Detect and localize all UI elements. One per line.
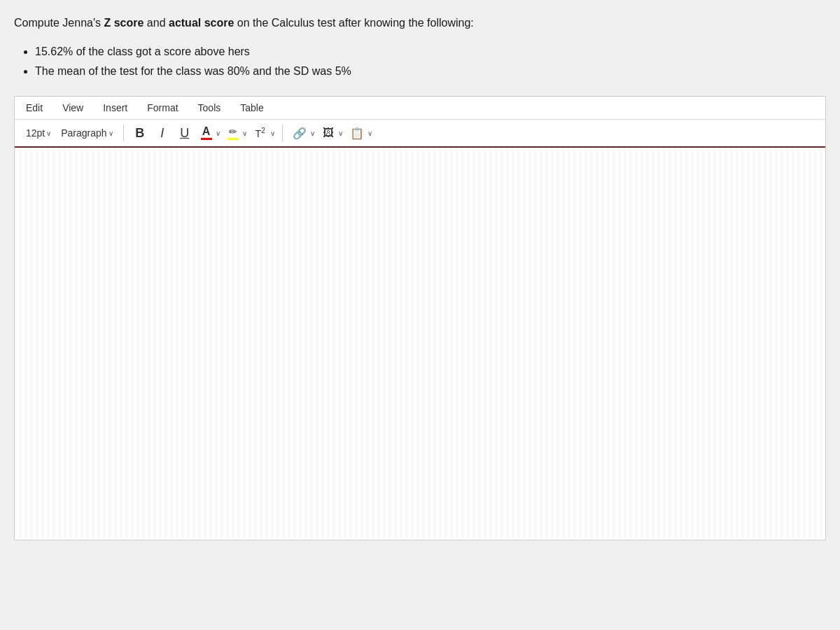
editor-wrapper: Edit View Insert Format Tools Table 12pt… — [14, 96, 826, 540]
paragraph-style-dropdown[interactable]: Paragraph ∨ — [58, 126, 115, 140]
image-group[interactable]: 🖼 ∨ — [319, 124, 343, 142]
link-group[interactable]: 🔗 ∨ — [290, 124, 315, 142]
paragraph-chevron: ∨ — [108, 130, 113, 137]
list-item: The mean of the test for the class was 8… — [35, 62, 826, 82]
font-color-underline — [201, 138, 212, 140]
menu-view[interactable]: View — [59, 101, 86, 115]
question-suffix: on the Calculus test after knowing the f… — [234, 17, 473, 29]
font-size-value: 12pt — [26, 127, 45, 139]
underline-button[interactable]: U — [176, 124, 194, 142]
font-color-chevron[interactable]: ∨ — [216, 130, 220, 137]
editor-content[interactable] — [15, 148, 825, 540]
highlight-chevron[interactable]: ∨ — [242, 130, 247, 137]
superscript-chevron[interactable]: ∨ — [270, 130, 275, 137]
doc-group[interactable]: 📋 ∨ — [347, 124, 372, 142]
bold-button[interactable]: B — [131, 124, 149, 142]
image-icon: 🖼 — [323, 127, 334, 139]
superscript-group[interactable]: T2 ∨ — [251, 124, 275, 142]
link-chevron[interactable]: ∨ — [310, 130, 315, 137]
doc-chevron[interactable]: ∨ — [368, 130, 372, 137]
italic-button[interactable]: I — [153, 124, 172, 142]
font-color-button[interactable]: A — [198, 125, 215, 141]
highlight-button[interactable]: ✏ — [225, 125, 241, 141]
question-and-text: and — [144, 17, 169, 29]
menu-edit[interactable]: Edit — [23, 101, 46, 115]
paragraph-style-value: Paragraph — [61, 127, 106, 139]
font-size-dropdown[interactable]: 12pt ∨ — [23, 126, 54, 140]
font-color-group[interactable]: A ∨ — [198, 125, 220, 141]
font-color-label: A — [202, 126, 211, 137]
toolbar: 12pt ∨ Paragraph ∨ B I U — [15, 120, 825, 148]
superscript-label: T2 — [255, 127, 265, 139]
actual-score-label: actual score — [169, 17, 234, 29]
list-item: 15.62% of the class got a score above he… — [35, 42, 826, 62]
toolbar-separator-1 — [123, 125, 124, 141]
menu-tools[interactable]: Tools — [195, 101, 224, 115]
highlight-underline — [227, 138, 239, 140]
font-size-chevron: ∨ — [46, 130, 51, 137]
menu-bar: Edit View Insert Format Tools Table — [15, 97, 825, 120]
highlight-group[interactable]: ✏ ∨ — [225, 125, 247, 141]
z-score-label: Z score — [104, 17, 144, 29]
question-intro-text: Compute Jenna's — [14, 17, 104, 29]
question-intro: Compute Jenna's Z score and actual score… — [14, 14, 826, 32]
highlight-icon: ✏ — [229, 126, 237, 137]
toolbar-separator-2 — [282, 125, 283, 141]
doc-icon: 📋 — [350, 127, 364, 140]
menu-format[interactable]: Format — [144, 101, 181, 115]
link-button[interactable]: 🔗 — [290, 124, 309, 142]
menu-insert[interactable]: Insert — [100, 101, 130, 115]
doc-button[interactable]: 📋 — [347, 124, 367, 142]
superscript-button[interactable]: T2 — [251, 124, 270, 142]
link-icon: 🔗 — [293, 127, 307, 140]
menu-table[interactable]: Table — [237, 101, 266, 115]
image-chevron[interactable]: ∨ — [338, 130, 343, 137]
bullet-list: 15.62% of the class got a score above he… — [14, 42, 826, 83]
image-button[interactable]: 🖼 — [319, 124, 337, 142]
